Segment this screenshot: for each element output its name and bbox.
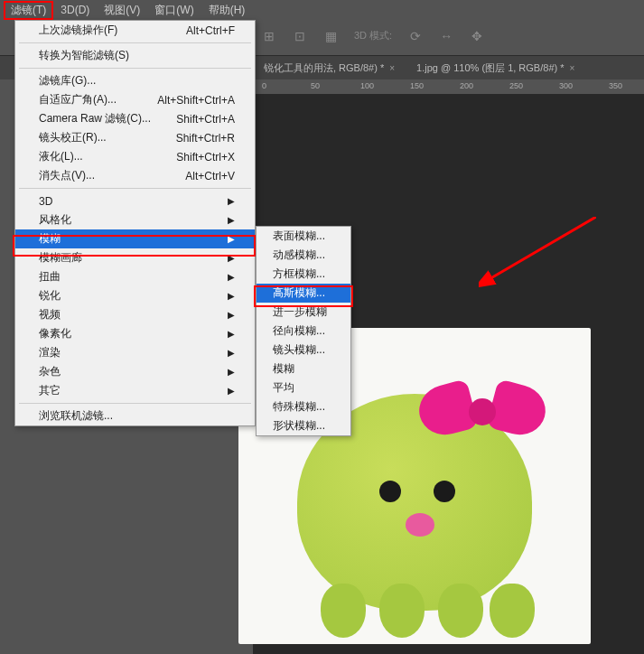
eye-icon [379,481,401,502]
sub-item-average[interactable]: 平均 [257,378,350,397]
mouth-icon [406,513,434,537]
menu-item-lens-correction[interactable]: 镜头校正(R)... Shift+Ctrl+R [15,128,255,147]
chevron-right-icon: ▶ [228,272,235,282]
menu-item-label: 浏览联机滤镜... [39,408,113,424]
sub-item-radial-blur[interactable]: 径向模糊... [257,322,350,341]
menu-item-last-filter[interactable]: 上次滤镜操作(F) Alt+Ctrl+F [15,21,255,40]
filter-dropdown-menu: 上次滤镜操作(F) Alt+Ctrl+F 转换为智能滤镜(S) 滤镜库(G)..… [14,20,256,426]
menu-item-blur-gallery[interactable]: 模糊画廊 ▶ [15,248,255,267]
tentacle-icon [438,584,483,638]
chevron-right-icon: ▶ [228,367,235,377]
menu-item-label: 液化(L)... [39,149,83,164]
menu-separator [19,42,251,43]
menu-item-shortcut: Alt+Ctrl+F [186,24,235,37]
menu-item-label: Camera Raw 滤镜(C)... [39,111,151,126]
menu-item-label: 上次滤镜操作(F) [39,23,117,38]
menu-item-stylize[interactable]: 风格化 ▶ [15,210,255,229]
menu-item-label: 杂色 [39,364,61,379]
move-icon[interactable]: ✥ [470,29,484,43]
sub-item-box-blur[interactable]: 方框模糊... [257,265,350,284]
toolbar-icon-2[interactable]: ⊡ [293,29,307,43]
ruler-tick: 250 [509,81,523,90]
horizontal-ruler: 0 50 100 150 200 250 300 350 [253,79,644,94]
menu-item-label: 模糊 [39,231,61,247]
menu-item-label: 自适应广角(A)... [39,92,117,107]
menu-item-label: 其它 [39,383,61,398]
menu-separator [19,403,251,404]
menu-item-sharpen[interactable]: 锐化 ▶ [15,286,255,305]
menu-item-label: 模糊画廊 [39,250,82,266]
sub-item-surface-blur[interactable]: 表面模糊... [257,227,350,246]
menu-item-browse-online[interactable]: 浏览联机滤镜... [15,406,255,425]
menu-help[interactable]: 帮助(H) [201,1,253,20]
ruler-tick: 300 [559,81,573,90]
menu-separator [19,188,251,189]
menu-item-render[interactable]: 渲染 ▶ [15,343,255,362]
menu-item-blur[interactable]: 模糊 ▶ [15,229,255,248]
menu-item-filter-gallery[interactable]: 滤镜库(G)... [15,71,255,90]
menu-item-video[interactable]: 视频 ▶ [15,305,255,324]
sub-item-gaussian-blur[interactable]: 高斯模糊... [257,284,350,303]
chevron-right-icon: ▶ [228,215,235,225]
menu-view[interactable]: 视图(V) [97,1,147,20]
menu-item-label: 消失点(V)... [39,168,95,183]
menu-item-smart-filter[interactable]: 转换为智能滤镜(S) [15,46,255,65]
close-icon[interactable]: × [570,63,575,73]
tab-label: 1.jpg @ 110% (图层 1, RGB/8#) * [416,61,564,75]
menu-item-shortcut: Shift+Ctrl+X [176,151,235,164]
menu-item-shortcut: Alt+Shift+Ctrl+A [157,94,235,107]
sub-item-more-blur[interactable]: 进一步模糊 [257,303,350,322]
toolbar-3d-mode-label: 3D 模式: [354,29,392,43]
sub-item-motion-blur[interactable]: 动感模糊... [257,246,350,265]
chevron-right-icon: ▶ [228,196,235,206]
menu-item-label: 扭曲 [39,269,61,285]
ruler-tick: 0 [262,81,266,90]
menu-item-label: 3D [39,195,52,208]
chevron-right-icon: ▶ [228,310,235,320]
menu-item-adaptive-wide[interactable]: 自适应广角(A)... Alt+Shift+Ctrl+A [15,90,255,109]
menu-item-label: 视频 [39,307,61,322]
tentacle-icon [379,584,425,638]
menu-item-pixelate[interactable]: 像素化 ▶ [15,324,255,343]
menu-window[interactable]: 窗口(W) [147,1,201,20]
menu-item-shortcut: Shift+Ctrl+A [176,113,235,126]
menu-item-distort[interactable]: 扭曲 ▶ [15,267,255,286]
blur-submenu: 表面模糊... 动感模糊... 方框模糊... 高斯模糊... 进一步模糊 径向… [256,226,351,436]
pan-icon[interactable]: ↔ [439,29,453,43]
bow-icon [419,376,546,448]
chevron-right-icon: ▶ [228,291,235,301]
menu-3d[interactable]: 3D(D) [53,2,97,18]
sub-item-special-blur[interactable]: 特殊模糊... [257,397,350,416]
toolbar-icon-3[interactable]: ▦ [323,29,338,43]
ruler-tick: 50 [311,81,320,90]
ruler-tick: 150 [410,81,424,90]
menu-item-3d[interactable]: 3D ▶ [15,192,255,210]
menu-item-label: 滤镜库(G)... [39,73,96,89]
sub-item-blur[interactable]: 模糊 [257,360,350,378]
tab-2[interactable]: 1.jpg @ 110% (图层 1, RGB/8#) * × [406,58,585,79]
orbit-icon[interactable]: ⟳ [408,29,423,43]
sub-item-lens-blur[interactable]: 镜头模糊... [257,341,350,360]
chevron-right-icon: ▶ [228,253,235,263]
menu-item-vanishing-point[interactable]: 消失点(V)... Alt+Ctrl+V [15,166,255,185]
tab-label: 锐化工具的用法, RGB/8#) * [264,61,384,75]
close-icon[interactable]: × [389,63,395,73]
tentacle-icon [490,584,535,638]
ruler-tick: 100 [360,81,374,90]
menu-item-label: 风格化 [39,212,71,228]
chevron-right-icon: ▶ [228,386,235,396]
menu-item-liquify[interactable]: 液化(L)... Shift+Ctrl+X [15,147,255,166]
menu-item-camera-raw[interactable]: Camera Raw 滤镜(C)... Shift+Ctrl+A [15,109,255,128]
menu-separator [19,68,251,69]
sub-item-shape-blur[interactable]: 形状模糊... [257,416,350,435]
menu-filter[interactable]: 滤镜(T) [4,1,53,20]
chevron-right-icon: ▶ [228,234,235,244]
menu-item-shortcut: Shift+Ctrl+R [176,132,235,145]
menubar: 滤镜(T) 3D(D) 视图(V) 窗口(W) 帮助(H) [0,0,644,20]
toolbar-icon-1[interactable]: ⊞ [262,29,276,43]
menu-item-label: 镜头校正(R)... [39,130,107,145]
chevron-right-icon: ▶ [228,329,235,339]
menu-item-noise[interactable]: 杂色 ▶ [15,362,255,381]
tab-1[interactable]: 锐化工具的用法, RGB/8#) * × [253,58,406,79]
menu-item-other[interactable]: 其它 ▶ [15,381,255,400]
